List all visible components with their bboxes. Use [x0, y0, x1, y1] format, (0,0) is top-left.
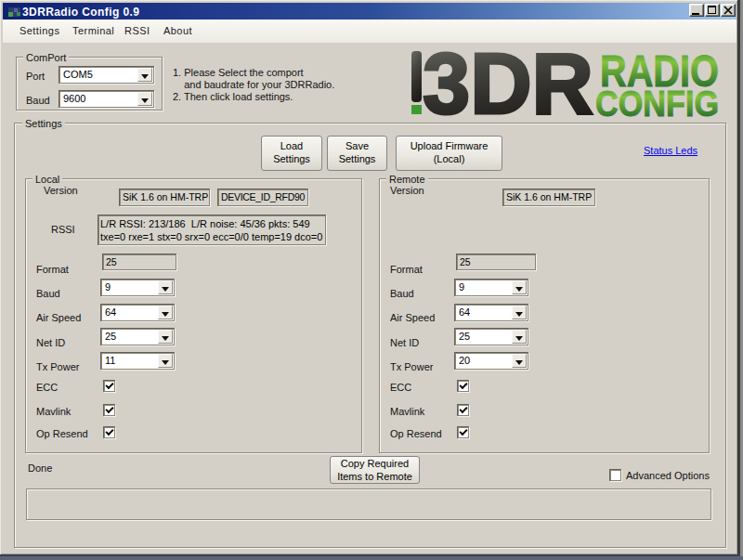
- svg-text:CONFIG: CONFIG: [595, 84, 719, 123]
- svg-text:3DR: 3DR: [423, 46, 593, 123]
